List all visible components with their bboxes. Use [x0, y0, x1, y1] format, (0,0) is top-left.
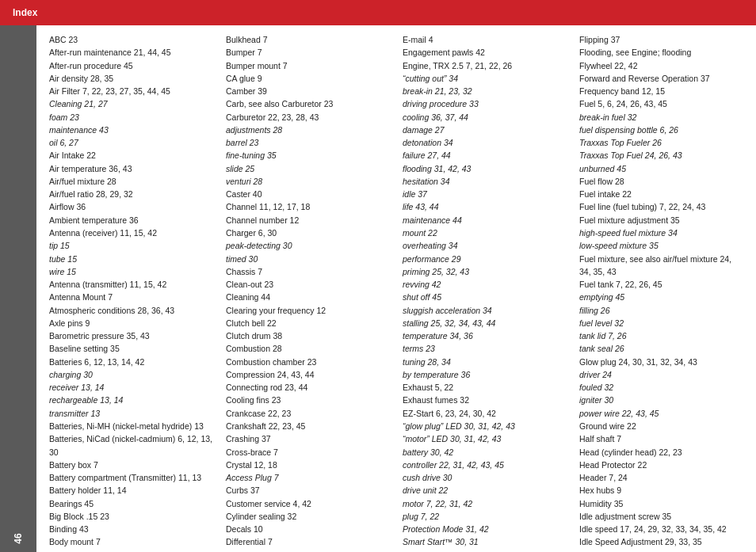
index-entry: Head (cylinder head) 22, 23 [579, 446, 743, 459]
header: Index [0, 0, 756, 25]
index-entry: Channel 11, 12, 17, 18 [226, 200, 390, 213]
index-entry: terms 23 [403, 342, 567, 355]
index-entry: failure 27, 44 [403, 149, 567, 162]
left-sidebar: 46 [0, 25, 36, 552]
index-entry: Fuel mixture adjustment 35 [579, 214, 743, 227]
index-entry: fouled 32 [579, 381, 743, 394]
index-entry: Antenna (receiver) 11, 15, 42 [49, 227, 213, 239]
index-entry: controller 22, 31, 42, 43, 45 [403, 459, 567, 471]
index-entry: idle 37 [403, 188, 567, 200]
index-entry: Crankcase 22, 23 [226, 407, 390, 420]
index-entry: Combustion chamber 23 [226, 356, 390, 368]
index-entry: drive unit 22 [403, 484, 567, 497]
index-entry: Brake 19, 37 [49, 549, 213, 552]
index-entry: Clearing your frequency 12 [226, 304, 390, 317]
index-entry: venturi 28 [226, 175, 390, 188]
index-entry: Fuel 5, 6, 24, 26, 43, 45 [579, 97, 743, 110]
index-entry: flooding 31, 42, 43 [403, 162, 567, 175]
index-entry: Idle Speed Adjustment 29, 33, 35 [579, 535, 743, 548]
index-entry: Air temperature 36, 43 [49, 162, 213, 175]
index-entry: Access Plug 7 [226, 471, 390, 484]
index-entry: Humidity 35 [579, 497, 743, 510]
index-entry: Chassis 7 [226, 265, 390, 278]
index-entry: Curbs 37 [226, 484, 390, 497]
index-entry: Engagement pawls 42 [403, 46, 567, 59]
header-title: Index [13, 7, 37, 18]
index-entry: Battery holder 11, 14 [49, 484, 213, 497]
index-entry: hesitation 34 [403, 175, 567, 188]
index-entry: Carb, see also Carburetor 23 [226, 97, 390, 110]
index-entry: Ground wire 22 [579, 420, 743, 432]
index-entry: Fuel flow 28 [579, 175, 743, 188]
index-entry: tube 15 [49, 253, 213, 265]
index-column-3: E-mail 4Engagement pawls 42Engine, TRX 2… [403, 33, 567, 544]
index-entry: EZ-Start 6, 23, 24, 30, 42 [403, 407, 567, 420]
index-entry: Batteries, NiCad (nickel-cadmium) 6, 12,… [49, 432, 213, 459]
index-entry: low-speed mixture 35 [579, 239, 743, 252]
index-entry: “cutting out” 34 [403, 72, 567, 85]
index-entry: Barometric pressure 35, 43 [49, 329, 213, 342]
index-entry: detonation 34 [403, 136, 567, 149]
index-entry: Cross-brace 7 [226, 446, 390, 459]
index-entry: life 43, 44 [403, 200, 567, 213]
index-entry: Cylinder sealing 32 [226, 510, 390, 523]
index-entry: Crankshaft 22, 23, 45 [226, 420, 390, 432]
index-entry: Glow plug 24, 30, 31, 32, 34, 43 [579, 356, 743, 368]
index-entry: Cooling fins 23 [226, 394, 390, 406]
index-entry: Exhaust fumes 32 [403, 394, 567, 406]
index-entry: emptying 45 [579, 291, 743, 303]
index-entry: sluggish acceleration 34 [403, 304, 567, 317]
index-entry: Clean-out 23 [226, 278, 390, 291]
index-entry: foam 23 [49, 111, 213, 124]
index-entry: Axle pins 9 [49, 317, 213, 329]
index-entry: Camber 39 [226, 85, 390, 97]
index-entry: Head Protector 22 [579, 459, 743, 471]
index-entry: receiver 13, 14 [49, 381, 213, 394]
index-entry: Cleaning 44 [226, 291, 390, 303]
index-entry: Antenna Mount 7 [49, 291, 213, 303]
index-entry: by temperature 36 [403, 368, 567, 381]
index-column-1: ABC 23After-run maintenance 21, 44, 45Af… [49, 33, 213, 544]
index-entry: After-run maintenance 21, 44, 45 [49, 46, 213, 59]
index-entry: Idle speed 17, 24, 29, 32, 33, 34, 35, 4… [579, 523, 743, 535]
index-entry: cooling 36, 37, 44 [403, 111, 567, 124]
index-entry: Half shaft 7 [579, 432, 743, 445]
index-entry: tip 15 [49, 239, 213, 252]
index-entry: oil 6, 27 [49, 136, 213, 149]
index-entry: revving 42 [403, 278, 567, 291]
index-column-4: Flipping 37Flooding, see Engine; floodin… [579, 33, 743, 544]
index-entry: Baseline setting 35 [49, 342, 213, 355]
index-entry: Caster 40 [226, 188, 390, 200]
index-entry: Decals 10 [226, 523, 390, 535]
index-entry: performance 29 [403, 253, 567, 265]
index-entry: tank lid 7, 26 [579, 329, 743, 342]
index-entry: Bumper 7 [226, 46, 390, 59]
index-entry: Body mount 7 [49, 535, 213, 548]
index-entry: Clutch bell 22 [226, 317, 390, 329]
index-entry: Air/fuel ratio 28, 29, 32 [49, 188, 213, 200]
index-entry: overheating 34 [403, 239, 567, 252]
index-entry: Engine, TRX 2.5 7, 21, 22, 26 [403, 59, 567, 72]
index-entry: Bearings 45 [49, 497, 213, 510]
index-entry: Hex hubs 9 [579, 484, 743, 497]
index-entry: “glow plug” LED 30, 31, 42, 43 [403, 420, 567, 432]
index-entry: plug 7, 22 [403, 510, 567, 523]
index-entry: slide 25 [226, 162, 390, 175]
index-entry: maintenance 43 [49, 124, 213, 136]
index-entry: Connecting rod 23, 44 [226, 381, 390, 394]
index-entry: battery 30, 42 [403, 446, 567, 459]
index-entry: Air/fuel mixture 28 [49, 175, 213, 188]
index-entry: Charger 6, 30 [226, 227, 390, 239]
index-entry: Smart Start™ 30, 31 [403, 535, 567, 548]
index-entry: Antenna (transmitter) 11, 15, 42 [49, 278, 213, 291]
index-entry: adjustments 28 [226, 124, 390, 136]
index-entry: motor 7, 22, 31, 42 [403, 497, 567, 510]
index-entry: Flywheel 22, 42 [579, 59, 743, 72]
index-entry: damage 27 [403, 124, 567, 136]
index-entry: igniter 30 [579, 394, 743, 406]
index-entry: Batteries, Ni-MH (nickel-metal hydride) … [49, 420, 213, 432]
index-entry: Flipping 37 [579, 33, 743, 46]
index-entry: Protection Mode 31, 42 [403, 523, 567, 535]
index-entry: unburned 45 [579, 162, 743, 175]
index-entry: Air Filter 7, 22, 23, 27, 35, 44, 45 [49, 85, 213, 97]
